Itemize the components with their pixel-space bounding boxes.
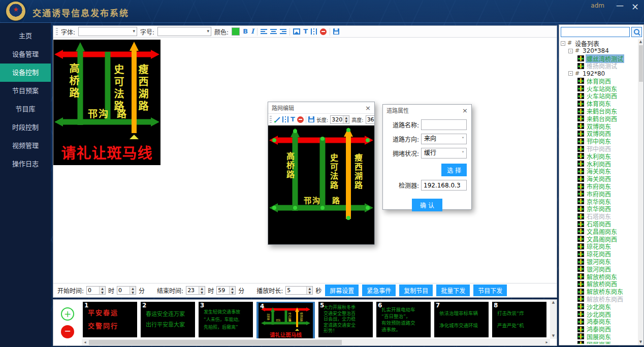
start-hour-spinner[interactable] bbox=[86, 286, 106, 295]
tree-group[interactable]: -192*80 bbox=[561, 70, 637, 77]
scroll-down-icon[interactable] bbox=[552, 334, 555, 338]
select-detector-button[interactable]: 选 择 bbox=[441, 164, 467, 176]
tree-device-item[interactable]: 琼花岗西 bbox=[561, 250, 637, 258]
sign-preview-canvas[interactable]: 高桥路 史可法路 瘦西湖路 邗沟 路 请礼让斑马线 bbox=[53, 40, 160, 165]
spin-down-icon[interactable] bbox=[230, 291, 235, 295]
scroll-up-icon[interactable] bbox=[552, 300, 555, 305]
sidebar-item-program-library[interactable]: 节目库 bbox=[0, 100, 51, 118]
copy-program-button[interactable]: 复制节目 bbox=[399, 285, 433, 296]
batch-send-button[interactable]: 批量下发 bbox=[436, 285, 470, 296]
draw-road-icon[interactable] bbox=[274, 116, 280, 123]
tree-device-item[interactable]: 水利岗东 bbox=[561, 152, 637, 160]
text-tool-button[interactable]: T bbox=[291, 116, 295, 123]
screen-settings-button[interactable]: 屏幕设置 bbox=[325, 285, 359, 296]
length-spinner[interactable] bbox=[330, 115, 349, 124]
tree-device-item[interactable]: 市府岗西 bbox=[561, 190, 637, 198]
add-program-button[interactable] bbox=[61, 307, 74, 321]
spin-up-icon[interactable] bbox=[100, 287, 105, 291]
tree-device-item[interactable]: 螺丝湾桥测试 bbox=[561, 55, 637, 62]
tree-device-item[interactable]: 解放桥东岗西 bbox=[561, 295, 637, 303]
tree-device-item[interactable]: 来鹤台岗东 bbox=[561, 107, 637, 115]
tree-device-item[interactable]: 文昌阁岗西 bbox=[561, 235, 637, 243]
italic-button[interactable]: I bbox=[251, 28, 254, 35]
tree-device-item[interactable]: 鸿泰岗东 bbox=[561, 318, 637, 325]
font-select[interactable] bbox=[78, 27, 137, 36]
road-direction-select[interactable]: 来向 bbox=[421, 134, 467, 144]
sidebar-item-program-plan[interactable]: 节目预案 bbox=[0, 82, 51, 100]
spin-down-icon[interactable] bbox=[343, 119, 349, 123]
color-swatch[interactable] bbox=[232, 27, 240, 36]
minimize-icon[interactable]: — bbox=[616, 1, 624, 10]
scroll-right-icon[interactable] bbox=[543, 339, 550, 345]
road-name-input[interactable] bbox=[421, 119, 467, 130]
detector-input[interactable] bbox=[421, 180, 467, 191]
collapse-toggle-icon[interactable]: - bbox=[561, 41, 565, 46]
spin-up-icon[interactable] bbox=[230, 287, 235, 291]
tree-device-item[interactable]: 邗中岗东 bbox=[561, 137, 637, 145]
device-tree-scrollbar[interactable] bbox=[638, 39, 643, 345]
congestion-select[interactable]: 缓行 bbox=[421, 148, 467, 159]
start-hour-input[interactable] bbox=[87, 287, 99, 294]
spin-down-icon[interactable] bbox=[130, 291, 136, 295]
toolbar-grip[interactable] bbox=[56, 28, 58, 36]
program-send-button[interactable]: 节目下发 bbox=[473, 285, 507, 296]
duration-spinner[interactable] bbox=[285, 286, 313, 295]
height-input[interactable] bbox=[366, 116, 374, 123]
username-label[interactable]: adm bbox=[591, 2, 604, 9]
end-hour-input[interactable] bbox=[186, 287, 199, 294]
spin-down-icon[interactable] bbox=[100, 291, 105, 295]
playlist-item-selected[interactable]: 4 高桥路 史可法路 瘦西湖路 邗沟 路 bbox=[256, 302, 315, 338]
playlist-item[interactable]: 3 发生轻微交通事故 “人未伤，车能动, 先拍照，后撤离” bbox=[199, 302, 253, 337]
tree-device-item[interactable]: 文昌阁岗东 bbox=[561, 228, 637, 235]
insert-image-icon[interactable] bbox=[293, 28, 300, 35]
road-network-edit-canvas[interactable]: 高桥路 史可法路 瘦西湖路 邗沟 路 bbox=[268, 125, 374, 244]
end-minute-spinner[interactable] bbox=[216, 286, 236, 295]
tree-device-item[interactable]: 银河岗西 bbox=[561, 265, 637, 273]
end-hour-spinner[interactable] bbox=[186, 286, 205, 295]
scroll-left-icon[interactable] bbox=[82, 339, 88, 345]
tree-device-item[interactable]: 体育岗西 bbox=[561, 77, 637, 85]
tree-device-item[interactable]: 水利岗西 bbox=[561, 160, 637, 168]
height-spinner[interactable] bbox=[366, 115, 374, 124]
delete-item-icon[interactable] bbox=[297, 116, 304, 123]
close-icon[interactable]: × bbox=[631, 1, 639, 12]
tree-device-item[interactable]: 双博岗东 bbox=[561, 122, 637, 130]
playlist-item[interactable]: 1 平安春运 交警同行 bbox=[83, 302, 137, 337]
close-icon[interactable]: × bbox=[462, 107, 468, 114]
tree-device-item[interactable]: 火车站岗东 bbox=[561, 85, 637, 92]
text-tool-button[interactable]: T bbox=[303, 28, 308, 35]
font-size-select[interactable] bbox=[157, 27, 211, 36]
bold-button[interactable]: B bbox=[243, 28, 248, 35]
tree-device-item[interactable]: 石塔岗东 bbox=[561, 212, 637, 220]
tree-device-item[interactable]: 体育岗东 bbox=[561, 100, 637, 107]
scroll-down-icon[interactable] bbox=[639, 340, 642, 344]
sidebar-item-video-management[interactable]: 视频管理 bbox=[0, 137, 51, 155]
playlist-item[interactable]: 5 大力开展秋冬季 交通安全整治百 日会战，全力稳 定道路交通安全 形势！ bbox=[318, 302, 373, 337]
tree-device-item[interactable]: 来鹤台岗西 bbox=[561, 115, 637, 122]
tree-device-item[interactable]: 邗中岗西 bbox=[561, 145, 637, 152]
delete-item-icon[interactable] bbox=[320, 28, 327, 35]
tree-device-item[interactable]: 海关岗东 bbox=[561, 168, 637, 175]
confirm-button[interactable]: 确 认 bbox=[412, 199, 442, 211]
save-icon[interactable] bbox=[333, 28, 339, 35]
tree-root[interactable]: -设备列表 bbox=[561, 40, 637, 47]
playlist-item[interactable]: 6 扎实开展电动车 “百日整治”， 有效预防道路交 通事故。 bbox=[376, 302, 431, 337]
tree-device-item[interactable]: 京华岗东 bbox=[561, 198, 637, 205]
tree-device-item[interactable]: 沙北岗西 bbox=[561, 310, 637, 318]
playlist-horizontal-scrollbar[interactable] bbox=[82, 339, 550, 345]
emergency-event-button[interactable]: 紧急事件 bbox=[362, 285, 396, 296]
sidebar-item-period-control[interactable]: 时段控制 bbox=[0, 118, 51, 137]
start-minute-input[interactable] bbox=[117, 287, 130, 294]
spin-down-icon[interactable] bbox=[199, 291, 205, 295]
toolbar-grip[interactable] bbox=[270, 116, 272, 123]
spin-up-icon[interactable] bbox=[199, 287, 205, 291]
end-minute-input[interactable] bbox=[217, 287, 229, 294]
save-icon[interactable] bbox=[308, 116, 314, 122]
playlist-item[interactable]: 7 依法治理非标车辆 净化城市交通环境 bbox=[434, 302, 489, 337]
tree-device-item[interactable]: 解放桥东岗东 bbox=[561, 288, 637, 295]
road-network-tool-icon[interactable] bbox=[311, 28, 317, 35]
tree-device-item[interactable]: 石塔岗西 bbox=[561, 220, 637, 228]
playlist-item[interactable]: 2 春运安全连万家 出行平安靠大家 bbox=[141, 302, 195, 337]
scroll-up-icon[interactable] bbox=[639, 40, 642, 44]
tree-device-item[interactable]: 国展岗西 bbox=[561, 340, 637, 344]
